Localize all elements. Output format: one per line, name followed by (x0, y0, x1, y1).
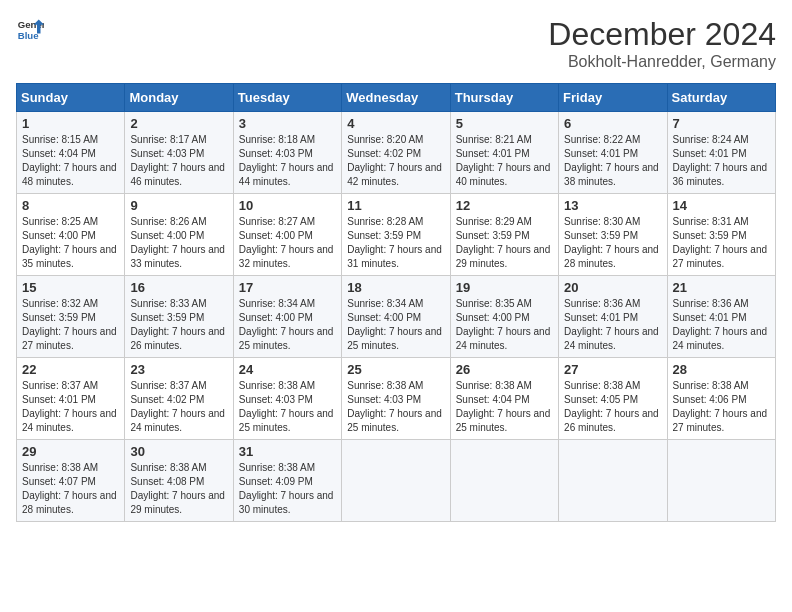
day-number: 7 (673, 116, 770, 131)
day-info: Sunrise: 8:36 AMSunset: 4:01 PMDaylight:… (673, 297, 770, 353)
day-info: Sunrise: 8:17 AMSunset: 4:03 PMDaylight:… (130, 133, 227, 189)
calendar-cell: 17Sunrise: 8:34 AMSunset: 4:00 PMDayligh… (233, 276, 341, 358)
day-number: 27 (564, 362, 661, 377)
month-title: December 2024 (548, 16, 776, 53)
day-number: 15 (22, 280, 119, 295)
day-info: Sunrise: 8:38 AMSunset: 4:04 PMDaylight:… (456, 379, 553, 435)
day-number: 11 (347, 198, 444, 213)
day-info: Sunrise: 8:26 AMSunset: 4:00 PMDaylight:… (130, 215, 227, 271)
calendar-cell: 12Sunrise: 8:29 AMSunset: 3:59 PMDayligh… (450, 194, 558, 276)
day-info: Sunrise: 8:34 AMSunset: 4:00 PMDaylight:… (347, 297, 444, 353)
day-number: 22 (22, 362, 119, 377)
calendar-cell: 4Sunrise: 8:20 AMSunset: 4:02 PMDaylight… (342, 112, 450, 194)
day-number: 13 (564, 198, 661, 213)
day-number: 25 (347, 362, 444, 377)
calendar-cell: 13Sunrise: 8:30 AMSunset: 3:59 PMDayligh… (559, 194, 667, 276)
day-number: 16 (130, 280, 227, 295)
calendar-cell (667, 440, 775, 522)
calendar-cell: 11Sunrise: 8:28 AMSunset: 3:59 PMDayligh… (342, 194, 450, 276)
day-info: Sunrise: 8:31 AMSunset: 3:59 PMDaylight:… (673, 215, 770, 271)
calendar-cell: 1Sunrise: 8:15 AMSunset: 4:04 PMDaylight… (17, 112, 125, 194)
day-info: Sunrise: 8:32 AMSunset: 3:59 PMDaylight:… (22, 297, 119, 353)
calendar-week-3: 15Sunrise: 8:32 AMSunset: 3:59 PMDayligh… (17, 276, 776, 358)
day-number: 20 (564, 280, 661, 295)
calendar-cell: 29Sunrise: 8:38 AMSunset: 4:07 PMDayligh… (17, 440, 125, 522)
calendar-cell: 26Sunrise: 8:38 AMSunset: 4:04 PMDayligh… (450, 358, 558, 440)
calendar-cell: 7Sunrise: 8:24 AMSunset: 4:01 PMDaylight… (667, 112, 775, 194)
calendar-cell (450, 440, 558, 522)
calendar-cell: 25Sunrise: 8:38 AMSunset: 4:03 PMDayligh… (342, 358, 450, 440)
day-number: 24 (239, 362, 336, 377)
calendar-cell: 22Sunrise: 8:37 AMSunset: 4:01 PMDayligh… (17, 358, 125, 440)
day-number: 10 (239, 198, 336, 213)
title-block: December 2024 Bokholt-Hanredder, Germany (548, 16, 776, 71)
header-tuesday: Tuesday (233, 84, 341, 112)
day-number: 8 (22, 198, 119, 213)
day-info: Sunrise: 8:22 AMSunset: 4:01 PMDaylight:… (564, 133, 661, 189)
day-number: 2 (130, 116, 227, 131)
day-number: 21 (673, 280, 770, 295)
header-friday: Friday (559, 84, 667, 112)
day-info: Sunrise: 8:18 AMSunset: 4:03 PMDaylight:… (239, 133, 336, 189)
calendar-cell: 21Sunrise: 8:36 AMSunset: 4:01 PMDayligh… (667, 276, 775, 358)
day-number: 3 (239, 116, 336, 131)
day-number: 14 (673, 198, 770, 213)
day-number: 5 (456, 116, 553, 131)
day-info: Sunrise: 8:27 AMSunset: 4:00 PMDaylight:… (239, 215, 336, 271)
day-number: 12 (456, 198, 553, 213)
day-number: 28 (673, 362, 770, 377)
calendar-cell: 10Sunrise: 8:27 AMSunset: 4:00 PMDayligh… (233, 194, 341, 276)
logo: General Blue (16, 16, 44, 44)
day-number: 26 (456, 362, 553, 377)
day-number: 18 (347, 280, 444, 295)
calendar-header-row: SundayMondayTuesdayWednesdayThursdayFrid… (17, 84, 776, 112)
calendar-cell: 24Sunrise: 8:38 AMSunset: 4:03 PMDayligh… (233, 358, 341, 440)
day-info: Sunrise: 8:34 AMSunset: 4:00 PMDaylight:… (239, 297, 336, 353)
day-number: 6 (564, 116, 661, 131)
day-info: Sunrise: 8:30 AMSunset: 3:59 PMDaylight:… (564, 215, 661, 271)
header-wednesday: Wednesday (342, 84, 450, 112)
day-number: 9 (130, 198, 227, 213)
day-number: 31 (239, 444, 336, 459)
calendar-week-1: 1Sunrise: 8:15 AMSunset: 4:04 PMDaylight… (17, 112, 776, 194)
header-sunday: Sunday (17, 84, 125, 112)
calendar-cell: 20Sunrise: 8:36 AMSunset: 4:01 PMDayligh… (559, 276, 667, 358)
day-info: Sunrise: 8:37 AMSunset: 4:01 PMDaylight:… (22, 379, 119, 435)
calendar-cell: 19Sunrise: 8:35 AMSunset: 4:00 PMDayligh… (450, 276, 558, 358)
calendar-cell (342, 440, 450, 522)
calendar-cell: 28Sunrise: 8:38 AMSunset: 4:06 PMDayligh… (667, 358, 775, 440)
calendar-table: SundayMondayTuesdayWednesdayThursdayFrid… (16, 83, 776, 522)
day-number: 19 (456, 280, 553, 295)
calendar-cell: 30Sunrise: 8:38 AMSunset: 4:08 PMDayligh… (125, 440, 233, 522)
day-info: Sunrise: 8:35 AMSunset: 4:00 PMDaylight:… (456, 297, 553, 353)
page-header: General Blue December 2024 Bokholt-Hanre… (16, 16, 776, 71)
day-info: Sunrise: 8:37 AMSunset: 4:02 PMDaylight:… (130, 379, 227, 435)
calendar-cell: 14Sunrise: 8:31 AMSunset: 3:59 PMDayligh… (667, 194, 775, 276)
day-number: 17 (239, 280, 336, 295)
day-info: Sunrise: 8:28 AMSunset: 3:59 PMDaylight:… (347, 215, 444, 271)
svg-text:Blue: Blue (18, 30, 39, 41)
calendar-cell: 16Sunrise: 8:33 AMSunset: 3:59 PMDayligh… (125, 276, 233, 358)
calendar-cell: 2Sunrise: 8:17 AMSunset: 4:03 PMDaylight… (125, 112, 233, 194)
day-info: Sunrise: 8:33 AMSunset: 3:59 PMDaylight:… (130, 297, 227, 353)
calendar-week-5: 29Sunrise: 8:38 AMSunset: 4:07 PMDayligh… (17, 440, 776, 522)
day-info: Sunrise: 8:29 AMSunset: 3:59 PMDaylight:… (456, 215, 553, 271)
calendar-week-2: 8Sunrise: 8:25 AMSunset: 4:00 PMDaylight… (17, 194, 776, 276)
calendar-cell: 9Sunrise: 8:26 AMSunset: 4:00 PMDaylight… (125, 194, 233, 276)
day-number: 30 (130, 444, 227, 459)
day-info: Sunrise: 8:38 AMSunset: 4:09 PMDaylight:… (239, 461, 336, 517)
day-info: Sunrise: 8:15 AMSunset: 4:04 PMDaylight:… (22, 133, 119, 189)
day-info: Sunrise: 8:38 AMSunset: 4:07 PMDaylight:… (22, 461, 119, 517)
location: Bokholt-Hanredder, Germany (548, 53, 776, 71)
day-number: 23 (130, 362, 227, 377)
calendar-cell: 27Sunrise: 8:38 AMSunset: 4:05 PMDayligh… (559, 358, 667, 440)
calendar-cell: 3Sunrise: 8:18 AMSunset: 4:03 PMDaylight… (233, 112, 341, 194)
day-info: Sunrise: 8:38 AMSunset: 4:03 PMDaylight:… (239, 379, 336, 435)
calendar-cell: 31Sunrise: 8:38 AMSunset: 4:09 PMDayligh… (233, 440, 341, 522)
header-monday: Monday (125, 84, 233, 112)
calendar-cell: 23Sunrise: 8:37 AMSunset: 4:02 PMDayligh… (125, 358, 233, 440)
day-number: 4 (347, 116, 444, 131)
day-info: Sunrise: 8:21 AMSunset: 4:01 PMDaylight:… (456, 133, 553, 189)
header-saturday: Saturday (667, 84, 775, 112)
day-info: Sunrise: 8:38 AMSunset: 4:05 PMDaylight:… (564, 379, 661, 435)
